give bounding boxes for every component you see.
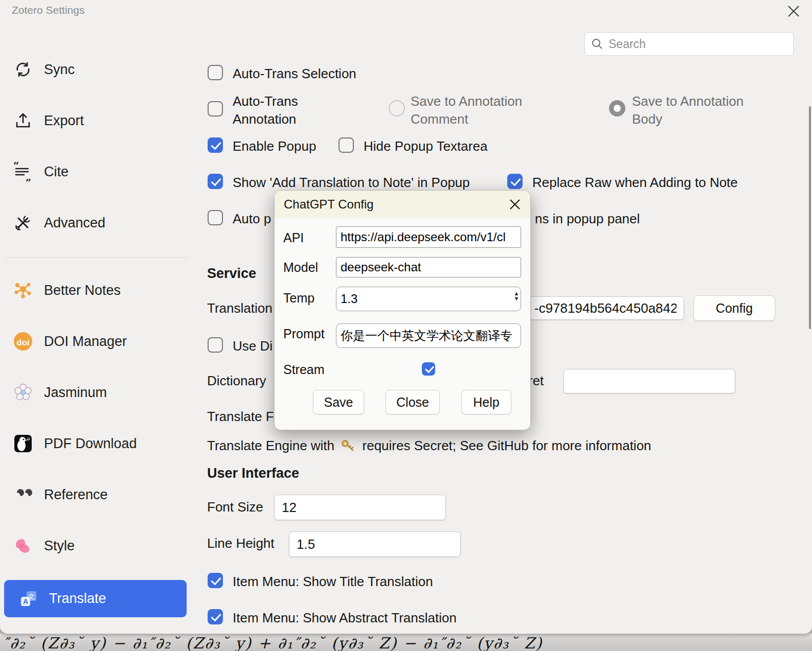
label-auto-trans-selection: Auto-Trans Selection [233, 66, 356, 82]
secret-key-input[interactable] [527, 296, 684, 320]
checkbox-hide-popup-textarea[interactable] [339, 137, 354, 153]
scrollbar-thumb[interactable] [809, 106, 811, 329]
key-icon [341, 439, 355, 452]
advanced-tools-icon [13, 213, 33, 232]
label-replace-raw: Replace Raw when Adding to Note [532, 175, 738, 191]
model-label: Model [283, 260, 318, 275]
sidebar-item-export[interactable]: Export [13, 106, 84, 135]
checkbox-auto-trans-annotation[interactable] [208, 101, 223, 117]
translate-icon: 文 A [19, 590, 38, 608]
sidebar-item-cite[interactable]: “ „ Cite [13, 157, 69, 186]
label-auto-trans-annotation: Auto-Trans Annotation [233, 92, 298, 128]
temp-spinner[interactable]: ▲▼ [513, 291, 520, 305]
checkbox-show-add-translation[interactable] [208, 174, 223, 189]
label-dictionary-fragment: Dictionary [207, 373, 266, 389]
sidebar-item-style[interactable]: Style [13, 531, 75, 560]
svg-text:doi: doi [16, 338, 30, 347]
dialog-header[interactable]: ChatGPT Config [275, 191, 530, 218]
label-item-menu-abstract: Item Menu: Show Abstract Translation [233, 610, 457, 626]
dialog-close-icon[interactable] [509, 198, 521, 211]
font-size-input[interactable] [274, 495, 446, 520]
sidebar-item-label: Translate [49, 591, 106, 607]
svg-text:„: „ [26, 171, 32, 181]
sync-icon [13, 60, 33, 79]
label-enable-popup: Enable Popup [233, 138, 316, 154]
label-translate-forms-fragment: Translate F [207, 409, 274, 425]
label-show-add-translation: Show 'Add Translation to Note' in Popup [233, 175, 470, 191]
jasminum-flower-icon [13, 383, 33, 402]
label-translation-fragment: Translation [207, 300, 273, 316]
label-popup-panel-fragment: ns in popup panel [535, 211, 640, 227]
radio-save-annotation-comment[interactable] [389, 100, 405, 117]
prompt-label: Prompt [283, 327, 325, 341]
close-icon [787, 5, 800, 18]
label-save-annotation-comment: Save to Annotation Comment [411, 92, 522, 128]
checkbox-auto-trans-selection[interactable] [208, 65, 223, 80]
sidebar-item-label: DOI Manager [44, 334, 127, 350]
label-use-dictionary-fragment: Use Di [233, 338, 273, 354]
api-label: API [283, 230, 304, 245]
sidebar-item-pdf-download[interactable]: PDF Download [13, 429, 137, 458]
temp-label: Temp [283, 291, 314, 306]
help-button[interactable]: Help [461, 390, 511, 414]
pdf-download-penguin-icon [13, 434, 33, 453]
zotero-settings-window: Zotero Settings Sync [0, 0, 812, 634]
sidebar-item-reference[interactable]: Reference [13, 480, 108, 509]
stream-label: Stream [283, 362, 325, 377]
temp-input[interactable] [336, 287, 521, 311]
checkbox-item-menu-title[interactable] [208, 573, 223, 588]
line-height-input[interactable] [289, 531, 461, 557]
close-button[interactable]: Close [386, 390, 440, 414]
label-hide-popup-textarea: Hide Popup Textarea [364, 138, 487, 154]
sidebar-item-better-notes[interactable]: Better Notes [13, 276, 121, 305]
reference-quote-icon [13, 485, 33, 504]
service-heading: Service [207, 266, 256, 282]
dictionary-secret-input[interactable] [563, 369, 735, 393]
sidebar-item-advanced[interactable]: Advanced [13, 208, 105, 237]
sidebar-item-label: Style [44, 538, 75, 554]
background-document-strip: ″∂₂˘ (Z∂₃˘ y) − ∂₁″∂₂˘ (Z∂₃˘ y) + ∂₁″∂₂˘… [0, 634, 812, 651]
sidebar-item-label: Better Notes [44, 283, 121, 298]
search-box[interactable] [584, 32, 794, 56]
sidebar-item-label: Jasminum [44, 385, 107, 401]
api-input[interactable] [336, 226, 521, 248]
label-item-menu-title: Item Menu: Show Title Translation [233, 574, 433, 590]
sidebar-item-label: Export [44, 113, 84, 129]
svg-text:A: A [23, 597, 28, 606]
radio-save-annotation-body[interactable] [609, 100, 625, 117]
engine-note: Translate Engine with requires Secret; S… [207, 438, 651, 454]
sidebar-item-label: PDF Download [44, 436, 137, 452]
search-icon [591, 38, 603, 50]
checkbox-auto-popup[interactable] [208, 210, 223, 225]
sidebar-item-doi-manager[interactable]: doi DOI Manager [13, 327, 127, 356]
window-close-button[interactable] [779, 0, 808, 22]
dialog-title: ChatGPT Config [284, 197, 374, 212]
export-icon [13, 111, 33, 130]
config-button[interactable]: Config [693, 295, 775, 321]
svg-text:“: “ [13, 162, 19, 172]
checkbox-enable-popup[interactable] [208, 137, 223, 153]
better-notes-icon [13, 281, 33, 300]
label-line-height: Line Height [207, 536, 275, 551]
cite-icon: “ „ [13, 162, 33, 181]
sidebar-item-jasminum[interactable]: Jasminum [13, 378, 107, 407]
label-save-annotation-body: Save to Annotation Body [632, 92, 743, 128]
sidebar-item-label: Cite [44, 164, 69, 180]
sidebar-item-translate-selected[interactable]: 文 A Translate [4, 580, 187, 617]
prompt-input[interactable] [336, 323, 521, 348]
label-auto-popup-fragment: Auto p [233, 211, 271, 227]
window-title: Zotero Settings [12, 4, 84, 16]
search-input[interactable] [608, 37, 777, 51]
checkbox-use-dictionary[interactable] [208, 337, 223, 353]
sidebar-item-sync[interactable]: Sync [13, 55, 75, 84]
checkbox-replace-raw[interactable] [507, 174, 523, 189]
checkbox-item-menu-abstract[interactable] [208, 609, 223, 624]
sidebar-item-label: Sync [44, 62, 75, 78]
formula-text: ″∂₂˘ (Z∂₃˘ y) − ∂₁″∂₂˘ (Z∂₃˘ y) + ∂₁″∂₂˘… [3, 634, 543, 651]
doi-icon: doi [13, 332, 33, 351]
sidebar-divider [4, 257, 187, 258]
model-input[interactable] [336, 257, 521, 277]
stream-checkbox[interactable] [422, 362, 435, 376]
user-interface-heading: User Interface [207, 466, 299, 481]
save-button[interactable]: Save [313, 390, 364, 414]
